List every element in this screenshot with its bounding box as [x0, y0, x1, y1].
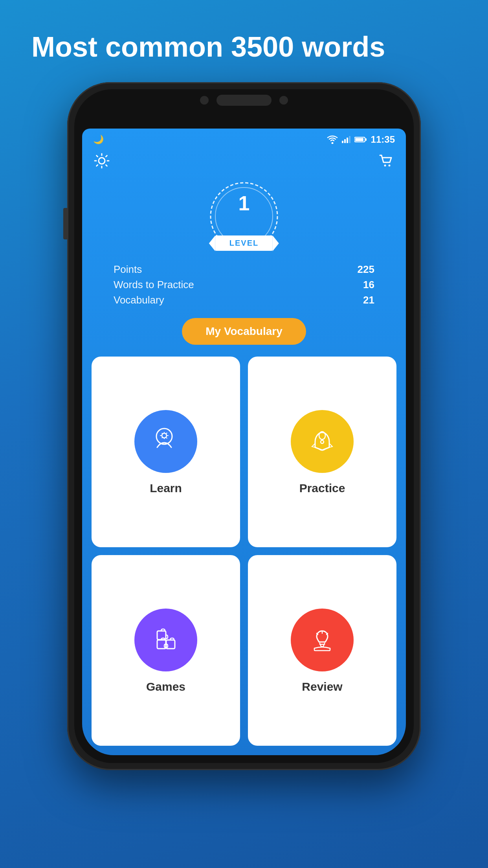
- practice-icon: [306, 425, 339, 458]
- stat-row-vocab: Vocabulary 21: [114, 294, 374, 306]
- camera-dot-right: [279, 96, 288, 105]
- stat-row-words: Words to Practice 16: [114, 279, 374, 291]
- phone-top-bar: [200, 95, 288, 106]
- stat-label-vocab: Vocabulary: [114, 294, 164, 306]
- cards-grid: Learn: [82, 345, 406, 755]
- status-right: 11:35: [327, 134, 395, 145]
- review-icon: [306, 623, 339, 657]
- phone-outer: 🌙: [67, 82, 421, 770]
- screen: 🌙: [82, 129, 406, 755]
- status-left: 🌙: [93, 134, 104, 145]
- phone-mockup: 🌙: [67, 82, 421, 770]
- signal-icon: [342, 136, 350, 143]
- learn-card-label: Learn: [150, 482, 182, 495]
- stat-label-words: Words to Practice: [114, 279, 194, 291]
- games-icon-circle: [134, 609, 197, 671]
- svg-point-17: [321, 440, 324, 443]
- cart-icon[interactable]: [378, 152, 395, 173]
- app-header: [82, 148, 406, 173]
- moon-icon: 🌙: [93, 134, 104, 145]
- review-card-label: Review: [302, 680, 342, 693]
- svg-text:1: 1: [238, 192, 250, 215]
- level-ribbon: LEVEL: [215, 235, 273, 251]
- games-card[interactable]: Games: [92, 555, 240, 746]
- svg-point-0: [331, 142, 333, 144]
- stat-value-points: 225: [358, 263, 374, 276]
- phone-inner: 🌙: [74, 89, 414, 763]
- svg-rect-3: [347, 138, 348, 143]
- stat-value-vocab: 21: [363, 294, 374, 306]
- svg-rect-1: [342, 141, 343, 143]
- svg-point-10: [389, 165, 391, 167]
- learn-icon: [149, 425, 183, 458]
- headline: Most common 3500 words: [0, 0, 488, 78]
- status-bar: 🌙: [82, 129, 406, 148]
- camera-dot: [200, 96, 209, 105]
- svg-rect-7: [365, 138, 367, 141]
- games-card-label: Games: [146, 680, 185, 693]
- level-ribbon-text: LEVEL: [215, 235, 273, 251]
- vocab-button[interactable]: My Vocabulary: [182, 318, 306, 345]
- stat-value-words: 16: [363, 279, 374, 291]
- svg-rect-4: [349, 136, 350, 143]
- svg-point-8: [99, 158, 105, 164]
- vocab-btn-section: My Vocabulary: [82, 318, 406, 345]
- review-icon-circle: [291, 609, 354, 671]
- volume-button: [63, 208, 67, 239]
- stats-section: Points 225 Words to Practice 16 Vocabula…: [82, 256, 406, 309]
- svg-point-9: [384, 165, 386, 167]
- games-icon: [149, 623, 183, 657]
- battery-icon: [354, 136, 367, 143]
- svg-rect-2: [344, 139, 346, 143]
- settings-icon[interactable]: [93, 152, 110, 173]
- learn-card[interactable]: Learn: [92, 357, 240, 547]
- practice-card[interactable]: Practice: [248, 357, 396, 547]
- stat-row-points: Points 225: [114, 263, 374, 276]
- speaker-grille: [216, 95, 272, 106]
- level-section: 1 LEVEL: [82, 177, 406, 256]
- svg-rect-6: [355, 138, 363, 141]
- status-time: 11:35: [371, 134, 395, 145]
- level-badge: 1 LEVEL: [205, 177, 283, 256]
- practice-card-label: Practice: [299, 482, 345, 495]
- practice-icon-circle: [291, 410, 354, 473]
- learn-icon-circle: [134, 410, 197, 473]
- stat-label-points: Points: [114, 263, 142, 276]
- review-card[interactable]: Review: [248, 555, 396, 746]
- svg-point-14: [156, 428, 172, 444]
- wifi-icon: [327, 135, 338, 144]
